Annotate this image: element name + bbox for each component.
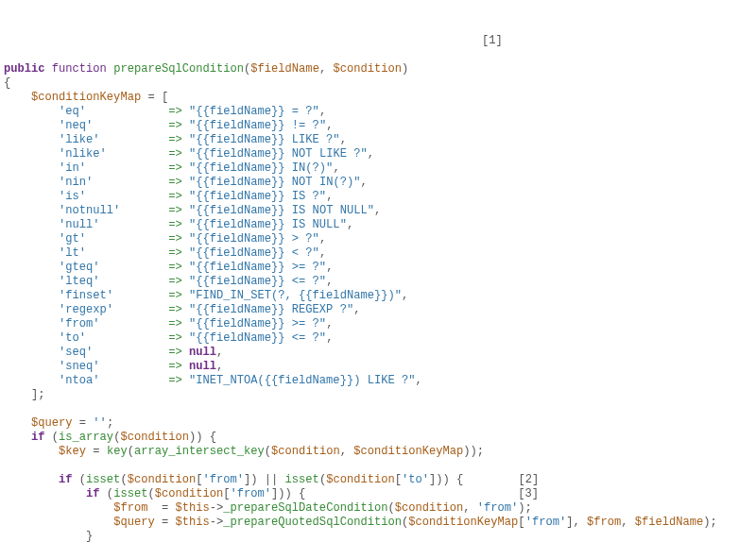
code-block: public function prepareSqlCondition($fie…	[4, 62, 752, 542]
